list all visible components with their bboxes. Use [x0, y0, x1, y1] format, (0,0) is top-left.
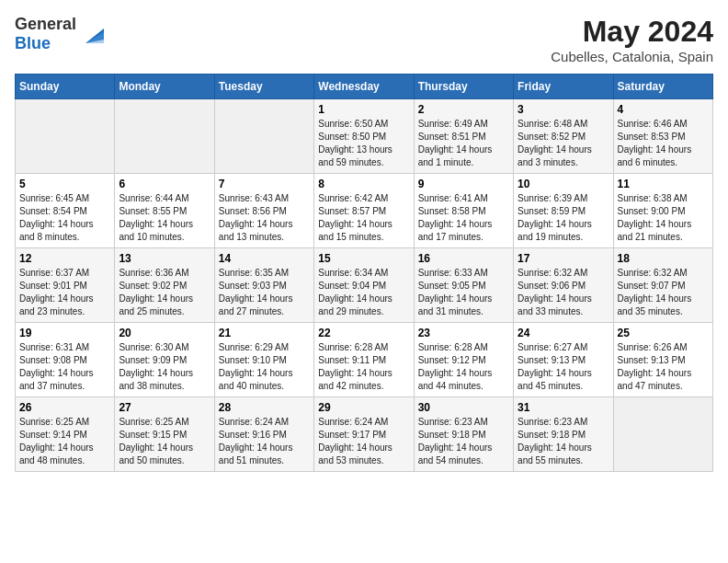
- week-row-5: 26Sunrise: 6:25 AMSunset: 9:14 PMDayligh…: [16, 397, 713, 472]
- day-number: 28: [219, 401, 310, 414]
- day-info: Sunrise: 6:35 AMSunset: 9:03 PMDaylight:…: [219, 267, 310, 318]
- logo-text: General Blue: [15, 15, 76, 53]
- header-tuesday: Tuesday: [214, 75, 313, 99]
- week-row-3: 12Sunrise: 6:37 AMSunset: 9:01 PMDayligh…: [16, 248, 713, 323]
- calendar-cell: 23Sunrise: 6:28 AMSunset: 9:12 PMDayligh…: [414, 323, 513, 397]
- calendar-cell: 29Sunrise: 6:24 AMSunset: 9:17 PMDayligh…: [314, 397, 414, 472]
- day-info: Sunrise: 6:25 AMSunset: 9:14 PMDaylight:…: [19, 416, 110, 467]
- header-saturday: Saturday: [613, 75, 712, 99]
- day-info: Sunrise: 6:23 AMSunset: 9:18 PMDaylight:…: [518, 416, 609, 467]
- day-info: Sunrise: 6:48 AMSunset: 8:52 PMDaylight:…: [518, 118, 609, 169]
- day-number: 29: [318, 401, 409, 414]
- title-block: May 2024 Cubelles, Catalonia, Spain: [551, 15, 713, 64]
- calendar-cell: 27Sunrise: 6:25 AMSunset: 9:15 PMDayligh…: [115, 397, 214, 472]
- day-number: 19: [19, 327, 110, 339]
- calendar-cell: 5Sunrise: 6:45 AMSunset: 8:54 PMDaylight…: [16, 174, 115, 248]
- main-title: May 2024: [551, 15, 713, 49]
- calendar-cell: 12Sunrise: 6:37 AMSunset: 9:01 PMDayligh…: [16, 248, 115, 323]
- logo: General Blue: [15, 15, 104, 53]
- day-number: 15: [318, 252, 409, 265]
- day-number: 13: [119, 252, 210, 265]
- day-number: 23: [418, 327, 509, 339]
- day-number: 5: [19, 178, 110, 190]
- day-info: Sunrise: 6:24 AMSunset: 9:16 PMDaylight:…: [219, 416, 310, 467]
- header-wednesday: Wednesday: [314, 75, 414, 99]
- day-number: 30: [418, 401, 509, 414]
- calendar-cell: 19Sunrise: 6:31 AMSunset: 9:08 PMDayligh…: [16, 323, 115, 397]
- day-number: 12: [19, 252, 110, 265]
- calendar-cell: 15Sunrise: 6:34 AMSunset: 9:04 PMDayligh…: [314, 248, 414, 323]
- calendar-cell: 16Sunrise: 6:33 AMSunset: 9:05 PMDayligh…: [414, 248, 513, 323]
- day-number: 6: [119, 178, 210, 190]
- calendar-cell: 8Sunrise: 6:42 AMSunset: 8:57 PMDaylight…: [314, 174, 414, 248]
- day-number: 7: [219, 178, 310, 190]
- page-header: General Blue May 2024 Cubelles, Cataloni…: [15, 15, 713, 64]
- day-info: Sunrise: 6:50 AMSunset: 8:50 PMDaylight:…: [318, 118, 409, 169]
- calendar-cell: 17Sunrise: 6:32 AMSunset: 9:06 PMDayligh…: [514, 248, 613, 323]
- subtitle: Cubelles, Catalonia, Spain: [551, 49, 713, 64]
- calendar-cell: [214, 99, 313, 174]
- calendar-cell: 4Sunrise: 6:46 AMSunset: 8:53 PMDaylight…: [613, 99, 712, 174]
- day-number: 22: [318, 327, 409, 339]
- logo-general: General: [15, 15, 76, 33]
- day-info: Sunrise: 6:36 AMSunset: 9:02 PMDaylight:…: [119, 267, 210, 318]
- day-number: 8: [318, 178, 409, 190]
- calendar-cell: 24Sunrise: 6:27 AMSunset: 9:13 PMDayligh…: [514, 323, 613, 397]
- day-info: Sunrise: 6:43 AMSunset: 8:56 PMDaylight:…: [219, 192, 310, 244]
- calendar-cell: 6Sunrise: 6:44 AMSunset: 8:55 PMDaylight…: [115, 174, 214, 248]
- day-info: Sunrise: 6:49 AMSunset: 8:51 PMDaylight:…: [418, 118, 509, 169]
- calendar-cell: 20Sunrise: 6:30 AMSunset: 9:09 PMDayligh…: [115, 323, 214, 397]
- day-number: 3: [518, 103, 609, 116]
- calendar-cell: 10Sunrise: 6:39 AMSunset: 8:59 PMDayligh…: [514, 174, 613, 248]
- day-number: 10: [518, 178, 609, 190]
- day-info: Sunrise: 6:37 AMSunset: 9:01 PMDaylight:…: [19, 267, 110, 318]
- day-info: Sunrise: 6:33 AMSunset: 9:05 PMDaylight:…: [418, 267, 509, 318]
- day-info: Sunrise: 6:46 AMSunset: 8:53 PMDaylight:…: [618, 118, 709, 169]
- calendar-header: SundayMondayTuesdayWednesdayThursdayFrid…: [16, 75, 713, 99]
- day-number: 14: [219, 252, 310, 265]
- calendar-cell: [115, 99, 214, 174]
- day-info: Sunrise: 6:25 AMSunset: 9:15 PMDaylight:…: [119, 416, 210, 467]
- week-row-2: 5Sunrise: 6:45 AMSunset: 8:54 PMDaylight…: [16, 174, 713, 248]
- day-number: 16: [418, 252, 509, 265]
- calendar-cell: 9Sunrise: 6:41 AMSunset: 8:58 PMDaylight…: [414, 174, 513, 248]
- day-number: 2: [418, 103, 509, 116]
- calendar-cell: 2Sunrise: 6:49 AMSunset: 8:51 PMDaylight…: [414, 99, 513, 174]
- day-info: Sunrise: 6:34 AMSunset: 9:04 PMDaylight:…: [318, 267, 409, 318]
- day-info: Sunrise: 6:41 AMSunset: 8:58 PMDaylight:…: [418, 192, 509, 244]
- calendar-table: SundayMondayTuesdayWednesdayThursdayFrid…: [15, 74, 713, 472]
- day-info: Sunrise: 6:38 AMSunset: 9:00 PMDaylight:…: [618, 192, 709, 244]
- day-info: Sunrise: 6:26 AMSunset: 9:13 PMDaylight:…: [618, 341, 709, 393]
- calendar-cell: 18Sunrise: 6:32 AMSunset: 9:07 PMDayligh…: [613, 248, 712, 323]
- day-info: Sunrise: 6:32 AMSunset: 9:06 PMDaylight:…: [518, 267, 609, 318]
- days-of-week-row: SundayMondayTuesdayWednesdayThursdayFrid…: [16, 75, 713, 99]
- calendar-cell: 26Sunrise: 6:25 AMSunset: 9:14 PMDayligh…: [16, 397, 115, 472]
- day-number: 27: [119, 401, 210, 414]
- calendar-cell: 1Sunrise: 6:50 AMSunset: 8:50 PMDaylight…: [314, 99, 414, 174]
- calendar-cell: 25Sunrise: 6:26 AMSunset: 9:13 PMDayligh…: [613, 323, 712, 397]
- header-thursday: Thursday: [414, 75, 513, 99]
- day-number: 9: [418, 178, 509, 190]
- day-info: Sunrise: 6:28 AMSunset: 9:12 PMDaylight:…: [418, 341, 509, 393]
- calendar-cell: 28Sunrise: 6:24 AMSunset: 9:16 PMDayligh…: [214, 397, 313, 472]
- day-info: Sunrise: 6:24 AMSunset: 9:17 PMDaylight:…: [318, 416, 409, 467]
- logo-blue: Blue: [15, 34, 51, 52]
- calendar-cell: [16, 99, 115, 174]
- day-info: Sunrise: 6:44 AMSunset: 8:55 PMDaylight:…: [119, 192, 210, 244]
- calendar-cell: [613, 397, 712, 472]
- day-number: 18: [618, 252, 709, 265]
- day-info: Sunrise: 6:31 AMSunset: 9:08 PMDaylight:…: [19, 341, 110, 393]
- day-number: 21: [219, 327, 310, 339]
- week-row-4: 19Sunrise: 6:31 AMSunset: 9:08 PMDayligh…: [16, 323, 713, 397]
- calendar-cell: 3Sunrise: 6:48 AMSunset: 8:52 PMDaylight…: [514, 99, 613, 174]
- calendar-cell: 7Sunrise: 6:43 AMSunset: 8:56 PMDaylight…: [214, 174, 313, 248]
- day-info: Sunrise: 6:23 AMSunset: 9:18 PMDaylight:…: [418, 416, 509, 467]
- logo-icon: [78, 21, 104, 47]
- day-info: Sunrise: 6:45 AMSunset: 8:54 PMDaylight:…: [19, 192, 110, 244]
- day-number: 20: [119, 327, 210, 339]
- day-info: Sunrise: 6:28 AMSunset: 9:11 PMDaylight:…: [318, 341, 409, 393]
- day-info: Sunrise: 6:27 AMSunset: 9:13 PMDaylight:…: [518, 341, 609, 393]
- day-number: 25: [618, 327, 709, 339]
- calendar-cell: 21Sunrise: 6:29 AMSunset: 9:10 PMDayligh…: [214, 323, 313, 397]
- calendar-cell: 14Sunrise: 6:35 AMSunset: 9:03 PMDayligh…: [214, 248, 313, 323]
